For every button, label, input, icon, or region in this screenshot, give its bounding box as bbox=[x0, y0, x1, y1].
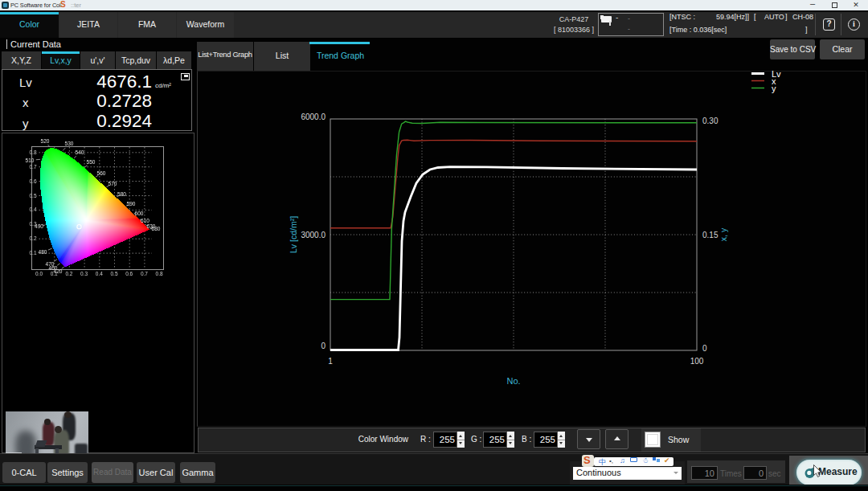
svg-text:0.15: 0.15 bbox=[702, 231, 719, 239]
svg-text:3000.0: 3000.0 bbox=[301, 231, 326, 239]
svg-text:No.: No. bbox=[506, 376, 520, 386]
svg-text:Lv [cd/m²]: Lv [cd/m²] bbox=[289, 216, 298, 253]
svg-text:0: 0 bbox=[702, 344, 707, 353]
svg-text:6000.0: 6000.0 bbox=[301, 113, 326, 121]
svg-text:x, y: x, y bbox=[719, 227, 728, 241]
svg-text:y: y bbox=[772, 84, 776, 93]
svg-text:1: 1 bbox=[328, 357, 333, 366]
svg-text:0.30: 0.30 bbox=[702, 117, 719, 125]
svg-text:0: 0 bbox=[321, 342, 326, 350]
svg-text:100: 100 bbox=[690, 357, 704, 366]
